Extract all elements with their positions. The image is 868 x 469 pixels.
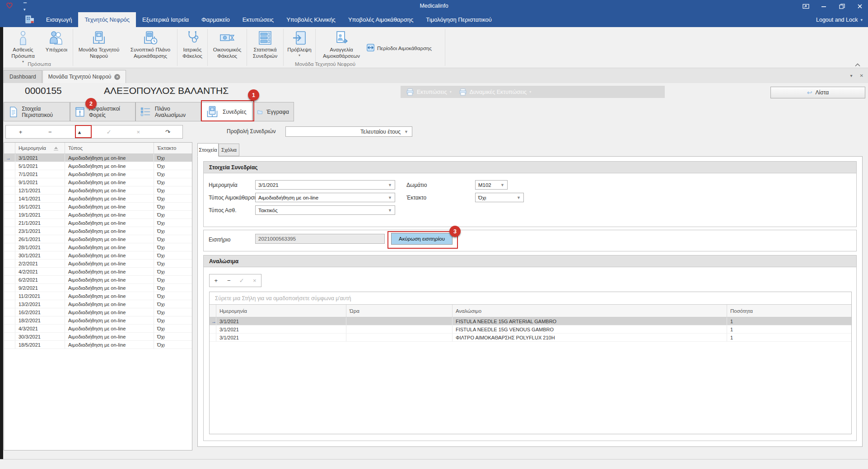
menu-tab-dialysis-submissions[interactable]: Υποβολές Αιμοκάθαρσης [342, 12, 420, 27]
prints-button[interactable]: Εκτυπώσεις ▾ [406, 88, 452, 96]
session-row[interactable]: 6/2/2021Αιμοδιαδιήθηση με on-lineΌχι [4, 276, 192, 284]
session-row[interactable]: 11/2/2021Αιμοδιαδιήθηση με on-lineΌχι [4, 292, 192, 300]
dynamic-prints-button[interactable]: Δυναμικές Εκτυπώσεις ▾ [459, 88, 532, 96]
patients-icon [17, 29, 29, 46]
tab-sessions[interactable]: Συνεδρίες [201, 102, 252, 121]
column-header-time[interactable]: Ώρα [346, 305, 453, 317]
close-button[interactable] [856, 3, 863, 10]
session-row[interactable]: 12/1/2021Αιμοδιαδιήθηση με on-lineΌχι [4, 186, 192, 195]
column-header-type[interactable]: Τύπος [65, 143, 154, 153]
column-header-consumable[interactable]: Αναλώσιμο [453, 305, 727, 317]
session-row[interactable]: 23/1/2021Αιμοδιαδιήθηση με on-lineΌχι [4, 227, 192, 235]
tab-list-dropdown-icon[interactable]: ▾ [850, 73, 853, 78]
consumables-grid-header: Ημερομηνία Ώρα Αναλώσιμο Ποσότητα [210, 305, 851, 317]
tab-consumables-plan[interactable]: Πλάνο Αναλωσίμων [135, 102, 201, 121]
delete-button[interactable]: − [223, 274, 236, 287]
extra-select[interactable]: Όχι▼ [475, 193, 524, 202]
display-options-icon[interactable] [802, 3, 809, 10]
view-sessions-select[interactable]: Τελευταίου έτους ▼ [285, 126, 412, 137]
tab-session-details[interactable]: Στοιχεία [197, 143, 219, 157]
dialysis-periods-button[interactable]: Περίοδοι Αιμοκάθαρσης [367, 43, 444, 53]
patients-button[interactable]: Ασθενείς Πρόσωπα ▾ [5, 29, 41, 64]
session-row[interactable]: 28/1/2021Αιμοδιαδιήθηση με on-lineΌχι [4, 243, 192, 251]
session-stats-button[interactable]: Στατιστικά Συνεδριών [247, 29, 283, 59]
application-icon[interactable] [25, 14, 35, 26]
session-row[interactable]: 26/1/2021Αιμοδιαδιήθηση με on-lineΌχι [4, 235, 192, 243]
edit-button[interactable]: ▴ [65, 125, 94, 138]
consumable-row[interactable]: →3/1/2021FISTULA NEEDLE 15G ARTERIAL GAM… [210, 317, 851, 325]
refresh-button[interactable]: ↷ [153, 125, 182, 138]
column-header-date[interactable]: Ημερομηνία [15, 143, 65, 153]
room-select[interactable]: M102▼ [475, 180, 508, 190]
consumable-row[interactable]: 3/1/2021FISTULA NEEDLE 15G VENOUS GAMBRO… [210, 325, 851, 334]
column-header-extra[interactable]: Έκτακτο [154, 143, 192, 153]
session-row[interactable]: 21/1/2021Αιμοδιαδιήθηση με on-lineΌχι [4, 219, 192, 227]
ticket-number-field[interactable]: 2021000563395 [255, 234, 385, 244]
document-icon [9, 105, 18, 119]
row-indicator [4, 333, 15, 341]
dialysis-type-select[interactable]: Αιμοδιαδιήθηση με on-line▼ [255, 193, 395, 202]
restore-button[interactable] [838, 3, 845, 10]
tab-case-details[interactable]: Στοιχεία Περιστατικού [4, 102, 70, 121]
session-row[interactable]: 13/2/2021Αιμοδιαδιήθηση με on-lineΌχι [4, 300, 192, 308]
column-header-date[interactable]: Ημερομηνία [216, 305, 346, 317]
tab-insurance-providers[interactable]: Ασφαλιστικοί Φορείς [70, 102, 135, 121]
announcements-button[interactable]: Αναγγελία Αιμοκαθάρσεων [316, 29, 367, 59]
patient-type-select[interactable]: Τακτικός▼ [255, 205, 395, 215]
summary-plan-button[interactable]: Συνοπτικό Πλάνο Αιμοκάθαρσης [124, 29, 177, 59]
menu-tab-intro[interactable]: Εισαγωγή [40, 12, 78, 27]
add-button[interactable]: + [210, 274, 223, 287]
column-header-quantity[interactable]: Ποσότητα [727, 305, 851, 317]
session-row[interactable]: 7/1/2021Αιμοδιαδιήθηση με on-lineΌχι [4, 170, 192, 178]
medical-file-button[interactable]: Ιατρικός Φάκελος [178, 29, 207, 59]
consumable-row[interactable]: 3/1/2021ΦΙΛΤΡΟ ΑΙΜΟΚΑΘΑΡΣΗΣ POLYFLUX 210… [210, 334, 851, 342]
tab-session-comments[interactable]: Σχόλια [219, 144, 239, 156]
cancel-button[interactable]: × [124, 125, 153, 138]
doc-tab-dashboard[interactable]: Dashboard [4, 70, 42, 83]
close-document-icon[interactable]: ✕ [860, 73, 863, 78]
session-row[interactable]: 30/1/2021Αιμοδιαδιήθηση με on-lineΌχι [4, 251, 192, 260]
back-to-list-button[interactable]: ↩ Λίστα [770, 87, 865, 98]
extra-label: Έκτακτο [406, 195, 426, 201]
add-button[interactable]: + [6, 125, 35, 138]
session-row[interactable]: 5/1/2021Αιμοδιαδιήθηση με on-lineΌχι [4, 162, 192, 170]
session-row[interactable]: →3/1/2021Αιμοδιαδιήθηση με on-lineΌχι [4, 154, 192, 162]
minimize-button[interactable] [820, 3, 827, 10]
session-row[interactable]: 16/2/2021Αιμοδιαδιήθηση με on-lineΌχι [4, 308, 192, 316]
menu-tab-prints[interactable]: Εκτυπώσεις [236, 12, 280, 27]
session-row[interactable]: 4/3/2021Αιμοδιαδιήθηση με on-lineΌχι [4, 325, 192, 333]
close-tab-icon[interactable]: ✕ [114, 74, 120, 80]
session-row[interactable]: 9/2/2021Αιμοδιαδιήθηση με on-lineΌχι [4, 284, 192, 292]
collapse-ribbon-icon[interactable] [854, 60, 861, 69]
cancel-ticket-button[interactable]: Ακύρωση εισιτηρίου [391, 233, 453, 245]
session-row[interactable]: 19/1/2021Αιμοδιαδιήθηση με on-lineΌχι [4, 211, 192, 219]
session-row[interactable]: 16/1/2021Αιμοδιαδιήθηση με on-lineΌχι [4, 203, 192, 211]
session-row[interactable]: 14/1/2021Αιμοδιαδιήθηση με on-lineΌχι [4, 195, 192, 203]
save-button[interactable]: ✓ [94, 125, 124, 138]
date-select[interactable]: 3/1/2021▼ [255, 180, 395, 190]
menu-tab-artificial-kidney[interactable]: Τεχνητός Νεφρός [78, 12, 136, 27]
menu-tab-case-billing[interactable]: Τιμολόγηση Περιστατικού [420, 12, 498, 27]
logout-and-lock-button[interactable]: Logout and Lock ▾ [816, 12, 863, 27]
session-row[interactable]: 18/5/2021Αιμοδιαδιήθηση με on-lineΌχι [4, 341, 192, 349]
cancel-button[interactable]: × [248, 274, 261, 287]
session-stats-icon [258, 29, 272, 46]
doc-tab-dialysis-unit[interactable]: Μονάδα Τεχνητού Νεφρού✕ [42, 70, 126, 83]
menu-tab-clinic-submissions[interactable]: Υποβολές Κλινικής [280, 12, 342, 27]
session-row[interactable]: 2/2/2021Αιμοδιαδιήθηση με on-lineΌχι [4, 260, 192, 268]
group-by-panel[interactable]: Σύρετε μια Στήλη για να ομαδοποιήσετε σύ… [210, 292, 851, 305]
row-indicator [4, 170, 15, 178]
session-row[interactable]: 4/2/2021Αιμοδιαδιήθηση με on-lineΌχι [4, 268, 192, 276]
menu-tab-outpatient[interactable]: Εξωτερικά Ιατρεία [136, 12, 195, 27]
tab-documents[interactable]: Έγγραφα [252, 102, 294, 121]
session-row[interactable]: 30/3/2021Αιμοδιαδιήθηση με on-lineΌχι [4, 333, 192, 341]
forecast-button[interactable]: Πρόβλεψη ▾ [284, 29, 315, 58]
session-row[interactable]: 18/2/2021Αιμοδιαδιήθηση με on-lineΌχι [4, 316, 192, 325]
session-row[interactable]: 9/1/2021Αιμοδιαδιήθηση με on-lineΌχι [4, 178, 192, 186]
delete-button[interactable]: − [35, 125, 65, 138]
menu-tab-pharmacy[interactable]: Φαρμακείο [195, 12, 236, 27]
dialysis-unit-button[interactable]: Μονάδα Τεχνητού Νεφρού [74, 29, 124, 59]
save-button[interactable]: ✓ [235, 274, 248, 287]
financial-file-button[interactable]: Οικονομικός Φάκελος [208, 29, 246, 59]
obligors-button[interactable]: Υπόχρεοι [41, 29, 72, 53]
